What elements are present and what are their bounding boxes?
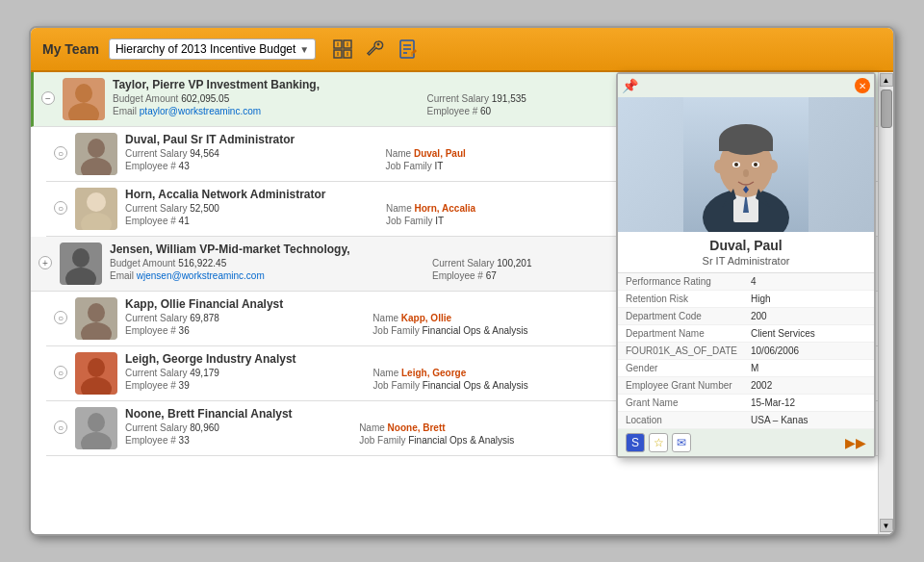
field: Employee # 33	[125, 435, 340, 446]
popup-navigation: ▶▶	[845, 435, 866, 450]
star-icon[interactable]: ☆	[649, 433, 668, 452]
label-retention: Retention Risk	[626, 294, 751, 304]
collapse-btn-taylor[interactable]: −	[41, 91, 55, 105]
label-dept-code: Department Code	[626, 311, 751, 321]
field: Budget Amount 516,922.45	[110, 258, 413, 268]
svg-point-30	[88, 358, 105, 377]
content-area: − Taylor, Pierre VP Investment Banking, …	[31, 72, 893, 534]
chevron-down-icon: ▼	[299, 44, 309, 55]
avatar-leigh	[75, 352, 117, 395]
main-window: My Team Hierarchy of 2013 Incentive Budg…	[29, 26, 895, 536]
field: Job Family IT	[386, 216, 623, 226]
svg-point-49	[768, 160, 778, 173]
pencil-icon-btn[interactable]	[395, 36, 422, 63]
expand-btn-horn[interactable]: ○	[54, 201, 67, 215]
popup-row-grant-num: Employee Grant Number 2002	[618, 377, 874, 395]
popup-footer: S ☆ ✉ ▶▶	[618, 429, 874, 456]
label: Email ptaylor@workstreaminc.com	[113, 106, 407, 116]
value-dept-name: Client Services	[751, 328, 815, 339]
field: Current Salary 80,960	[125, 422, 340, 433]
field: Current Salary 94,564	[125, 148, 366, 159]
header-toolbar	[329, 36, 422, 63]
scroll-thumb[interactable]	[881, 89, 892, 128]
value-performance: 4	[751, 276, 757, 287]
field: Name Horn, Accalia	[386, 203, 623, 214]
grid-icon	[332, 38, 353, 60]
avatar-img-horn	[75, 188, 117, 230]
popup-person-name: Duval, Paul	[618, 232, 874, 255]
field: Employee # 41	[125, 216, 367, 226]
value-dept-code: 200	[751, 311, 767, 321]
label-grant-num: Employee Grant Number	[626, 380, 751, 391]
expand-btn-kapp[interactable]: ○	[54, 311, 67, 324]
svg-point-27	[88, 303, 105, 322]
value-location: USA – Kanas	[751, 415, 808, 425]
profile-photo-svg	[683, 97, 808, 232]
expand-btn-jensen[interactable]: +	[38, 256, 52, 269]
close-button[interactable]: ✕	[855, 78, 870, 93]
label-401k: FOUR01K_AS_OF_DATE	[626, 345, 751, 356]
svg-point-46	[754, 163, 757, 166]
popup-row-retention: Retention Risk High	[618, 291, 874, 308]
popup-row-location: Location USA – Kanas	[618, 412, 874, 429]
profile-popup: 📌 ✕	[616, 72, 876, 458]
dropdown-label: Hierarchy of 2013 Incentive Budget	[116, 42, 295, 56]
field: Current Salary 49,179	[125, 368, 354, 378]
label-dept-name: Department Name	[626, 328, 751, 339]
field: Name Duval, Paul	[385, 148, 612, 159]
avatar-img-kapp	[75, 297, 117, 340]
popup-row-gender: Gender M	[618, 360, 874, 377]
svg-point-21	[87, 192, 106, 212]
svg-point-18	[88, 139, 105, 158]
svg-point-15	[75, 84, 92, 103]
field: Email wjensen@workstreaminc.com	[110, 270, 413, 281]
popup-header: 📌 ✕	[618, 74, 874, 97]
social-icon[interactable]: S	[626, 433, 645, 452]
avatar-img-noone	[75, 407, 117, 449]
field: Employee # 39	[125, 380, 354, 391]
wrench-icon-btn[interactable]	[362, 36, 389, 63]
field: Job Family Financial Ops & Analysis	[359, 435, 635, 446]
popup-row-performance: Performance Rating 4	[618, 273, 874, 291]
popup-row-401k: FOUR01K_AS_OF_DATE 10/06/2006	[618, 343, 874, 360]
avatar-duval	[75, 133, 117, 175]
popup-row-grant-name: Grant Name 15-Mar-12	[618, 395, 874, 412]
avatar-img-taylor	[63, 78, 105, 120]
label-location: Location	[626, 415, 751, 425]
svg-point-47	[743, 169, 749, 177]
avatar-taylor	[63, 78, 105, 120]
avatar-horn	[75, 188, 117, 230]
mail-icon[interactable]: ✉	[672, 433, 691, 452]
expand-btn-duval[interactable]: ○	[54, 146, 67, 160]
pin-icon[interactable]: 📌	[622, 78, 638, 93]
avatar-img-duval	[75, 133, 117, 175]
popup-row-dept-code: Department Code 200	[618, 308, 874, 325]
label-performance: Performance Rating	[626, 276, 751, 287]
nav-forward-icon[interactable]: ▶▶	[845, 435, 866, 450]
avatar-img-leigh	[75, 352, 117, 395]
expand-btn-leigh[interactable]: ○	[54, 366, 67, 379]
avatar-jensen	[60, 243, 102, 285]
avatar-img-jensen	[60, 243, 102, 285]
field: Employee # 43	[125, 161, 366, 171]
pencil-icon	[398, 38, 419, 60]
svg-point-8	[377, 43, 380, 46]
popup-photo	[618, 97, 874, 232]
label-grant-name: Grant Name	[626, 397, 751, 408]
hierarchy-dropdown[interactable]: Hierarchy of 2013 Incentive Budget ▼	[109, 38, 316, 60]
grid-icon-btn[interactable]	[329, 36, 356, 63]
popup-row-dept-name: Department Name Client Services	[618, 325, 874, 343]
value-retention: High	[751, 294, 771, 304]
scrollbar: ▲ ▼	[878, 72, 893, 534]
popup-person-title: Sr IT Administrator	[618, 255, 874, 272]
wrench-icon	[365, 38, 386, 60]
svg-point-48	[714, 160, 724, 173]
field: Employee # 36	[125, 325, 353, 336]
expand-btn-noone[interactable]: ○	[54, 421, 67, 434]
scroll-up-btn[interactable]: ▲	[880, 73, 893, 87]
svg-point-24	[72, 248, 90, 268]
header-title: My Team	[42, 41, 99, 57]
scroll-down-btn[interactable]: ▼	[880, 519, 893, 532]
value-401k: 10/06/2006	[751, 345, 799, 356]
field: Job Family IT	[385, 161, 612, 171]
